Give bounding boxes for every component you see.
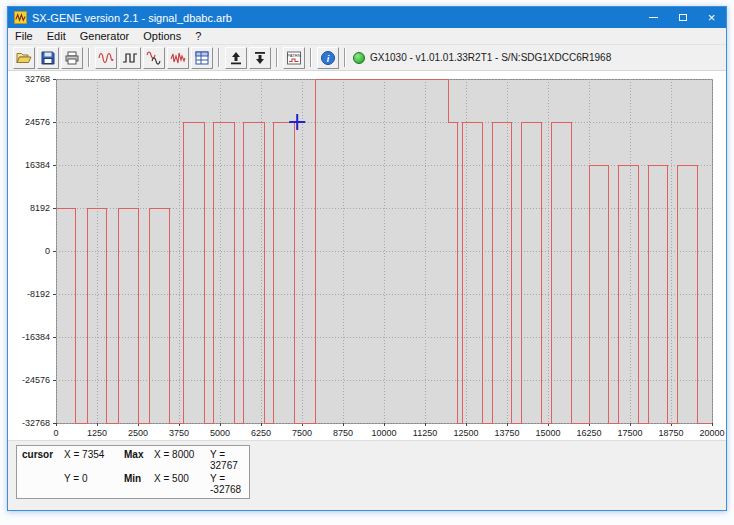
maximize-button[interactable] bbox=[668, 7, 697, 28]
svg-text:7500: 7500 bbox=[292, 428, 312, 438]
print-button[interactable] bbox=[61, 47, 83, 69]
app-icon bbox=[14, 11, 27, 24]
menu-item-help[interactable]: ? bbox=[188, 29, 208, 43]
menu-item-options[interactable]: Options bbox=[136, 29, 188, 43]
svg-text:16384: 16384 bbox=[25, 160, 50, 170]
svg-text:-32768: -32768 bbox=[22, 418, 50, 428]
app-window: SX-GENE version 2.1 - signal_dbabc.arb ×… bbox=[7, 6, 727, 511]
svg-text:0: 0 bbox=[45, 246, 50, 256]
svg-text:5000: 5000 bbox=[210, 428, 230, 438]
open-file-button[interactable] bbox=[13, 47, 35, 69]
pattern-mode-button[interactable]: PATRN bbox=[283, 47, 305, 69]
menu-item-generator[interactable]: Generator bbox=[73, 29, 137, 43]
chart-region: 32768245761638481920-8192-16384-24576-32… bbox=[8, 71, 726, 440]
toolbar-separator bbox=[88, 48, 90, 67]
svg-text:-8192: -8192 bbox=[27, 289, 50, 299]
close-icon: × bbox=[708, 11, 716, 24]
upload-to-device-button[interactable] bbox=[225, 47, 247, 69]
svg-text:PATRN: PATRN bbox=[287, 53, 301, 58]
download-from-device-icon bbox=[252, 50, 268, 66]
toolbar-separator bbox=[218, 48, 220, 67]
connection-status-led-icon bbox=[353, 52, 365, 64]
status-area: cursor X = 7354 Max X = 8000 Y = 32767 Y… bbox=[8, 440, 726, 510]
svg-text:-16384: -16384 bbox=[22, 332, 50, 342]
toolbar-separator bbox=[310, 48, 312, 67]
step-wave-button[interactable] bbox=[119, 47, 141, 69]
upload-to-device-icon bbox=[228, 50, 244, 66]
close-button[interactable]: × bbox=[697, 7, 726, 28]
svg-text:24576: 24576 bbox=[25, 117, 50, 127]
dual-tone-wave-button[interactable] bbox=[143, 47, 165, 69]
noise-wave-icon bbox=[170, 50, 186, 66]
info-button[interactable]: i bbox=[317, 47, 339, 69]
svg-text:20000: 20000 bbox=[699, 428, 724, 438]
svg-text:13750: 13750 bbox=[494, 428, 519, 438]
svg-text:10000: 10000 bbox=[371, 428, 396, 438]
min-x-value: X = 500 bbox=[154, 473, 210, 495]
cursor-x-value: X = 7354 bbox=[64, 449, 124, 471]
sine-wave-button[interactable] bbox=[95, 47, 117, 69]
menu-item-edit[interactable]: Edit bbox=[40, 29, 73, 43]
min-y-value: Y = -32768 bbox=[210, 473, 244, 495]
svg-text:8192: 8192 bbox=[30, 203, 50, 213]
cursor-y-value: Y = 0 bbox=[64, 473, 124, 495]
svg-text:18750: 18750 bbox=[658, 428, 683, 438]
svg-text:3750: 3750 bbox=[169, 428, 189, 438]
svg-text:32768: 32768 bbox=[25, 74, 50, 84]
minimize-button[interactable] bbox=[639, 7, 668, 28]
open-file-icon bbox=[16, 50, 32, 66]
minimize-icon bbox=[649, 17, 658, 18]
device-status-text: GX1030 - v1.01.01.33R2T1 - S/N:SDG1XDCC6… bbox=[370, 52, 611, 63]
readout-spacer bbox=[22, 473, 64, 495]
svg-text:1250: 1250 bbox=[87, 428, 107, 438]
info-icon: i bbox=[320, 50, 336, 66]
svg-text:15000: 15000 bbox=[535, 428, 560, 438]
dual-tone-wave-icon bbox=[146, 50, 162, 66]
max-x-value: X = 8000 bbox=[154, 449, 210, 471]
svg-text:2500: 2500 bbox=[128, 428, 148, 438]
save-file-button[interactable] bbox=[37, 47, 59, 69]
y-axis-labels: 32768245761638481920-8192-16384-24576-32… bbox=[22, 74, 50, 428]
menu-item-file[interactable]: File bbox=[8, 29, 40, 43]
svg-text:8750: 8750 bbox=[333, 428, 353, 438]
cursor-label: cursor bbox=[22, 449, 64, 471]
menu-bar: File Edit Generator Options ? bbox=[8, 28, 726, 45]
svg-text:0: 0 bbox=[53, 428, 58, 438]
step-wave-icon bbox=[122, 50, 138, 66]
svg-text:11250: 11250 bbox=[413, 428, 437, 438]
toolbar: PATRN i GX1030 - v1.01.01.33R2T1 - S/N:S… bbox=[8, 45, 726, 71]
window-title: SX-GENE version 2.1 - signal_dbabc.arb bbox=[32, 12, 639, 24]
max-label: Max bbox=[124, 449, 154, 471]
x-axis-labels: 0125025003750500062507500875010000112501… bbox=[53, 428, 724, 438]
cursor-readout-panel: cursor X = 7354 Max X = 8000 Y = 32767 Y… bbox=[16, 445, 250, 499]
svg-text:-24576: -24576 bbox=[22, 375, 50, 385]
download-from-device-button[interactable] bbox=[249, 47, 271, 69]
max-y-value: Y = 32767 bbox=[210, 449, 244, 471]
svg-text:16250: 16250 bbox=[576, 428, 601, 438]
sequence-table-icon bbox=[194, 50, 210, 66]
maximize-icon bbox=[679, 14, 687, 21]
toolbar-separator bbox=[276, 48, 278, 67]
waveform-plot[interactable]: 32768245761638481920-8192-16384-24576-32… bbox=[8, 71, 726, 442]
svg-text:17500: 17500 bbox=[617, 428, 642, 438]
sequence-table-button[interactable] bbox=[191, 47, 213, 69]
min-label: Min bbox=[124, 473, 154, 495]
title-bar[interactable]: SX-GENE version 2.1 - signal_dbabc.arb × bbox=[8, 7, 726, 28]
sine-wave-icon bbox=[98, 50, 114, 66]
noise-wave-button[interactable] bbox=[167, 47, 189, 69]
toolbar-separator bbox=[344, 48, 346, 67]
pattern-mode-icon: PATRN bbox=[286, 50, 302, 66]
svg-text:6250: 6250 bbox=[251, 428, 271, 438]
svg-text:12500: 12500 bbox=[453, 428, 478, 438]
save-file-icon bbox=[40, 50, 56, 66]
print-icon bbox=[64, 50, 80, 66]
